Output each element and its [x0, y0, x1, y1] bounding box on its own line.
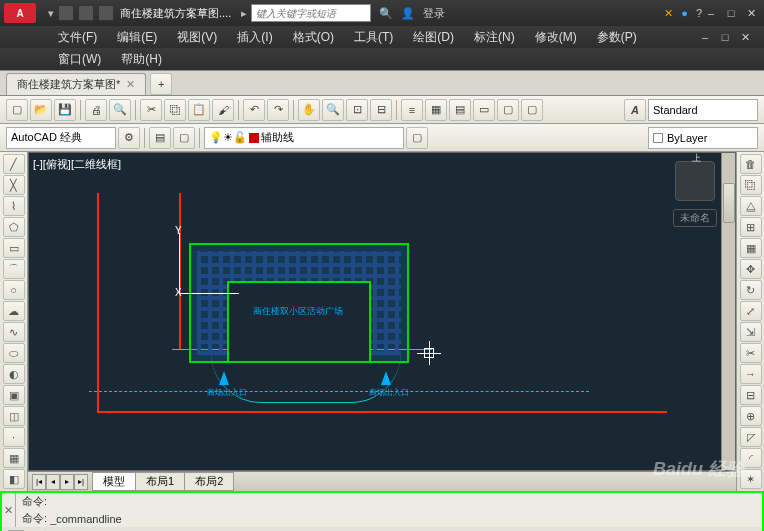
markup-icon[interactable]: ▢: [497, 99, 519, 121]
pan-icon[interactable]: ✋: [298, 99, 320, 121]
user-icon[interactable]: 👤: [401, 7, 415, 20]
properties-icon[interactable]: ≡: [401, 99, 423, 121]
polygon-icon[interactable]: ⬠: [3, 217, 25, 237]
fillet-icon[interactable]: ◜: [740, 448, 762, 468]
file-tab-close-icon[interactable]: ✕: [126, 78, 135, 91]
menu-edit[interactable]: 编辑(E): [109, 27, 165, 48]
qat-menu-arrow[interactable]: ▾: [48, 7, 54, 20]
construction-line-icon[interactable]: ╳: [3, 175, 25, 195]
chamfer-icon[interactable]: ◸: [740, 427, 762, 447]
menu-window[interactable]: 窗口(W): [50, 49, 109, 70]
zoom-window-icon[interactable]: ⊡: [346, 99, 368, 121]
workspace-dropdown[interactable]: AutoCAD 经典: [6, 127, 116, 149]
match-prop-icon[interactable]: 🖌: [212, 99, 234, 121]
stretch-icon[interactable]: ⇲: [740, 322, 762, 342]
doc-restore-button[interactable]: □: [716, 29, 734, 45]
rectangle-icon[interactable]: ▭: [3, 238, 25, 258]
zoom-icon[interactable]: 🔍: [322, 99, 344, 121]
join-icon[interactable]: ⊕: [740, 406, 762, 426]
calc-icon[interactable]: ▢: [521, 99, 543, 121]
sheetset-icon[interactable]: ▭: [473, 99, 495, 121]
tab-last-icon[interactable]: ▸|: [74, 474, 88, 490]
spline-icon[interactable]: ∿: [3, 322, 25, 342]
paste-icon[interactable]: 📋: [188, 99, 210, 121]
layer-dropdown[interactable]: 💡 ☀ 🔓 辅助线: [204, 127, 404, 149]
tab-model[interactable]: 模型: [92, 472, 136, 491]
menu-modify[interactable]: 修改(M): [527, 27, 585, 48]
layer-props-icon[interactable]: ▤: [149, 127, 171, 149]
login-label[interactable]: 登录: [423, 6, 445, 21]
revcloud-icon[interactable]: ☁: [3, 301, 25, 321]
hatch-icon[interactable]: ▦: [3, 448, 25, 468]
line-tool-icon[interactable]: ╱: [3, 154, 25, 174]
zoom-prev-icon[interactable]: ⊟: [370, 99, 392, 121]
polyline-icon[interactable]: ⌇: [3, 196, 25, 216]
array-icon[interactable]: ▦: [740, 238, 762, 258]
rotate-icon[interactable]: ↻: [740, 280, 762, 300]
search-input[interactable]: [251, 4, 371, 22]
title-arrow[interactable]: ▸: [241, 7, 247, 20]
save-icon[interactable]: 💾: [54, 99, 76, 121]
preview-icon[interactable]: 🔍: [109, 99, 131, 121]
maximize-button[interactable]: □: [722, 5, 740, 21]
mirror-icon[interactable]: ⧋: [740, 196, 762, 216]
menu-view[interactable]: 视图(V): [169, 27, 225, 48]
break-icon[interactable]: ⊟: [740, 385, 762, 405]
menu-format[interactable]: 格式(O): [285, 27, 342, 48]
qat-save-icon[interactable]: [98, 5, 114, 21]
ellipse-arc-icon[interactable]: ◐: [3, 364, 25, 384]
tab-layout2[interactable]: 布局2: [184, 472, 234, 491]
make-block-icon[interactable]: ◫: [3, 406, 25, 426]
ellipse-icon[interactable]: ⬭: [3, 343, 25, 363]
explode-icon[interactable]: ✶: [740, 469, 762, 489]
undo-icon[interactable]: ↶: [243, 99, 265, 121]
menu-file[interactable]: 文件(F): [50, 27, 105, 48]
qat-new-icon[interactable]: [58, 5, 74, 21]
layer-prev-icon[interactable]: ▢: [406, 127, 428, 149]
open-file-icon[interactable]: 📂: [30, 99, 52, 121]
tab-layout1[interactable]: 布局1: [135, 472, 185, 491]
offset-icon[interactable]: ⊞: [740, 217, 762, 237]
style-dropdown[interactable]: Standard: [648, 99, 758, 121]
menu-tools[interactable]: 工具(T): [346, 27, 401, 48]
gradient-icon[interactable]: ◧: [3, 469, 25, 489]
menu-dimension[interactable]: 标注(N): [466, 27, 523, 48]
infocenter-search-icon[interactable]: 🔍: [379, 7, 393, 20]
file-tab[interactable]: 商住楼建筑方案草图* ✕: [6, 73, 146, 95]
circle-icon[interactable]: ○: [3, 280, 25, 300]
doc-close-button[interactable]: ✕: [736, 29, 754, 45]
menu-insert[interactable]: 插入(I): [229, 27, 280, 48]
tab-first-icon[interactable]: |◂: [32, 474, 46, 490]
insert-block-icon[interactable]: ▣: [3, 385, 25, 405]
copy-obj-icon[interactable]: ⿻: [740, 175, 762, 195]
minimize-button[interactable]: –: [702, 5, 720, 21]
qat-open-icon[interactable]: [78, 5, 94, 21]
arc-icon[interactable]: ⌒: [3, 259, 25, 279]
close-button[interactable]: ✕: [742, 5, 760, 21]
cut-icon[interactable]: ✂: [140, 99, 162, 121]
point-icon[interactable]: ·: [3, 427, 25, 447]
menu-draw[interactable]: 绘图(D): [405, 27, 462, 48]
new-file-icon[interactable]: ▢: [6, 99, 28, 121]
trim-icon[interactable]: ✂: [740, 343, 762, 363]
color-dropdown[interactable]: ByLayer: [648, 127, 758, 149]
toolpalette-icon[interactable]: ▤: [449, 99, 471, 121]
new-tab-button[interactable]: +: [150, 73, 172, 95]
exchange-icon[interactable]: ✕: [664, 7, 673, 20]
extend-icon[interactable]: →: [740, 364, 762, 384]
textstyle-icon[interactable]: A: [624, 99, 646, 121]
copy-icon[interactable]: ⿻: [164, 99, 186, 121]
tab-next-icon[interactable]: ▸: [60, 474, 74, 490]
menu-parametric[interactable]: 参数(P): [589, 27, 645, 48]
erase-icon[interactable]: 🗑: [740, 154, 762, 174]
cmd-close-icon[interactable]: ✕: [2, 493, 16, 527]
redo-icon[interactable]: ↷: [267, 99, 289, 121]
cloud-icon[interactable]: ●: [681, 7, 688, 19]
model-viewport[interactable]: [-][俯视][二维线框] 未命名 商住楼双小区活动广场 商场出入口: [28, 152, 736, 471]
move-icon[interactable]: ✥: [740, 259, 762, 279]
doc-minimize-button[interactable]: –: [696, 29, 714, 45]
layer-filter-icon[interactable]: ▢: [173, 127, 195, 149]
print-icon[interactable]: 🖨: [85, 99, 107, 121]
scale-icon[interactable]: ⤢: [740, 301, 762, 321]
menu-help[interactable]: 帮助(H): [113, 49, 170, 70]
